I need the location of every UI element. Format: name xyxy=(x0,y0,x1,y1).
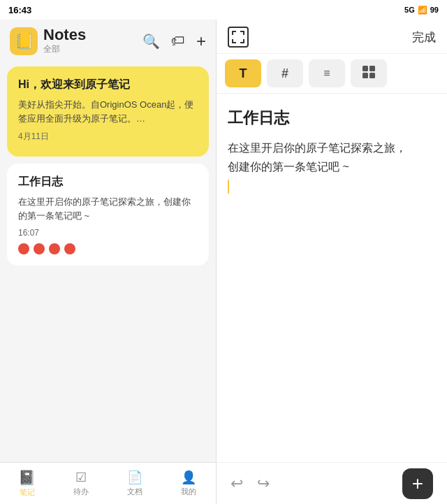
status-time: 16:43 xyxy=(8,5,31,15)
redo-button[interactable]: ↪ xyxy=(257,475,270,493)
left-panel: 📒 Notes 全部 🔍 🏷 + Hi，欢迎来到原子笔记 美好从指尖开始。自Or… xyxy=(0,20,217,504)
format-hash-label: # xyxy=(281,66,288,81)
note-title-2: 工作日志 xyxy=(18,175,198,189)
nav-todo[interactable]: ☑ 待办 xyxy=(54,467,108,500)
right-bottom-toolbar: ↩ ↪ + xyxy=(217,462,447,504)
undo-button[interactable]: ↩ xyxy=(230,475,243,493)
svg-rect-2 xyxy=(362,73,368,78)
note-title-1: Hi，欢迎来到原子笔记 xyxy=(18,78,198,92)
nav-notes-icon: 📓 xyxy=(18,469,36,486)
nav-todo-label: 待办 xyxy=(73,487,89,497)
dot-2 xyxy=(34,243,45,254)
app-icon: 📒 xyxy=(10,27,38,55)
format-grid-btn[interactable] xyxy=(351,59,387,87)
note-content-1: 美好从指尖开始。自OriginOS Ocean起，便签应用全面升级为原子笔记。… xyxy=(18,98,198,125)
app-title-name: Notes xyxy=(43,27,86,43)
notes-list: Hi，欢迎来到原子笔记 美好从指尖开始。自OriginOS Ocean起，便签应… xyxy=(0,61,216,462)
app-title-text: Notes 全部 xyxy=(43,27,86,55)
note-card-2[interactable]: 工作日志 在这里开启你的原子笔记探索之旅，创建你的第一条笔记吧 ~ 16:07 xyxy=(7,164,209,266)
nav-docs-icon: 📄 xyxy=(127,470,142,485)
nav-mine-label: 我的 xyxy=(181,487,196,497)
editor-title: 工作日志 xyxy=(228,108,436,129)
right-panel: 完成 T # ≡ xyxy=(217,20,447,504)
text-cursor xyxy=(228,180,229,194)
search-icon[interactable]: 🔍 xyxy=(142,33,160,50)
status-icons: 5G 📶 99 xyxy=(404,6,439,15)
battery-icon: 99 xyxy=(430,6,439,14)
nav-todo-icon: ☑ xyxy=(75,470,87,485)
note-date-1: 4月11日 xyxy=(18,131,198,143)
format-list-label: ≡ xyxy=(323,67,330,80)
svg-rect-0 xyxy=(362,66,368,71)
format-grid-label xyxy=(362,65,376,82)
svg-rect-1 xyxy=(369,66,375,71)
note-content-2: 在这里开启你的原子笔记探索之旅，创建你的第一条笔记吧 ~ xyxy=(18,195,198,222)
status-bar: 16:43 5G 📶 99 xyxy=(0,0,447,20)
svg-rect-3 xyxy=(369,73,375,78)
dot-4 xyxy=(64,243,75,254)
dot-1 xyxy=(18,243,29,254)
signal-icon: 5G xyxy=(404,6,415,14)
app-title-sub: 全部 xyxy=(43,43,86,55)
format-hash-btn[interactable]: # xyxy=(267,59,303,87)
format-text-btn[interactable]: T xyxy=(225,59,261,87)
undo-redo-group: ↩ ↪ xyxy=(230,475,270,493)
app-icon-symbol: 📒 xyxy=(15,32,34,50)
editor-area[interactable]: 工作日志 在这里开启你的原子笔记探索之旅，创建你的第一条笔记吧 ~ xyxy=(217,94,447,462)
expand-icon[interactable] xyxy=(228,27,249,48)
note-dots-2 xyxy=(18,243,198,254)
note-card-1[interactable]: Hi，欢迎来到原子笔记 美好从指尖开始。自OriginOS Ocean起，便签应… xyxy=(7,66,209,157)
format-toolbar: T # ≡ xyxy=(217,54,447,94)
nav-notes-label: 笔记 xyxy=(20,487,35,498)
add-fab-icon: + xyxy=(412,474,423,494)
wifi-icon: 📶 xyxy=(418,6,427,15)
tag-icon[interactable]: 🏷 xyxy=(171,33,185,49)
right-header: 完成 xyxy=(217,20,447,54)
add-note-icon[interactable]: + xyxy=(196,31,206,51)
app-title-area: 📒 Notes 全部 xyxy=(10,27,86,55)
nav-notes[interactable]: 📓 笔记 xyxy=(0,466,54,501)
nav-mine[interactable]: 👤 我的 xyxy=(162,467,216,500)
nav-mine-icon: 👤 xyxy=(181,470,196,485)
note-date-2: 16:07 xyxy=(18,228,198,238)
nav-docs[interactable]: 📄 文档 xyxy=(108,467,162,500)
format-text-label: T xyxy=(240,66,247,81)
format-list-btn[interactable]: ≡ xyxy=(309,59,345,87)
dot-3 xyxy=(49,243,60,254)
header-actions: 🔍 🏷 + xyxy=(142,31,206,51)
editor-content[interactable]: 在这里开启你的原子笔记探索之旅，创建你的第一条笔记吧 ~ xyxy=(228,138,436,196)
nav-docs-label: 文档 xyxy=(127,487,142,497)
main-layout: 📒 Notes 全部 🔍 🏷 + Hi，欢迎来到原子笔记 美好从指尖开始。自Or… xyxy=(0,20,447,504)
done-button[interactable]: 完成 xyxy=(412,29,436,45)
bottom-nav: 📓 笔记 ☑ 待办 📄 文档 👤 我的 xyxy=(0,462,216,504)
add-fab-button[interactable]: + xyxy=(402,468,433,499)
left-header: 📒 Notes 全部 🔍 🏷 + xyxy=(0,20,216,61)
